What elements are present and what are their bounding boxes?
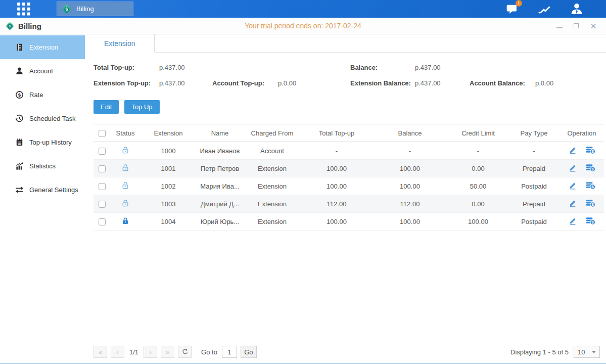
displaying-count: Displaying 1 - 5 of 5: [510, 348, 569, 356]
table-row[interactable]: 1000 Иван Иванов Account - - - -: [94, 142, 604, 160]
status-lock-icon: [121, 199, 129, 207]
edit-pencil-icon[interactable]: [569, 181, 577, 190]
status-lock-icon: [121, 181, 129, 190]
row-checkbox[interactable]: [99, 183, 106, 190]
sidebar-item-general-settings[interactable]: General Settings: [0, 178, 85, 202]
balance-label: Balance:: [350, 64, 415, 71]
window-titlebar: Your trial period ends on: 2017-02-24 $ …: [0, 18, 606, 34]
cell-balance: 100.00: [372, 160, 448, 177]
page-indicator: 1/1: [129, 348, 138, 356]
go-button[interactable]: Go: [241, 346, 257, 358]
refresh-icon: [181, 348, 189, 355]
col-header-name: Name: [197, 124, 243, 142]
refresh-button[interactable]: [178, 346, 192, 358]
cell-extension: 1000: [140, 142, 197, 160]
minimize-button[interactable]: [556, 22, 563, 30]
statistics-chart-icon: [15, 162, 24, 170]
total-topup-label: Total Top-up:: [94, 64, 159, 71]
cell-name: Иван Иванов: [197, 142, 243, 160]
extension-topup-label: Extension Top-up:: [94, 79, 159, 87]
sidebar-item-account[interactable]: Account: [0, 59, 85, 83]
sidebar: Extension Account $ Rate: [0, 34, 85, 363]
sidebar-item-scheduled-task[interactable]: Scheduled Task: [0, 107, 85, 130]
edit-button[interactable]: Edit: [94, 100, 119, 114]
tab-extension[interactable]: Extension: [85, 34, 155, 53]
col-header-operation: Operation: [560, 124, 604, 142]
sidebar-item-statistics[interactable]: Statistics: [0, 154, 85, 178]
sidebar-item-label: Scheduled Task: [29, 115, 76, 122]
table-row[interactable]: 1002 Мария Ива... Extension 100.00 100.0…: [94, 177, 604, 195]
extension-ledger-icon: [15, 43, 24, 52]
table-row[interactable]: 1001 Петр Петров Extension 100.00 100.00…: [94, 160, 604, 177]
first-page-button[interactable]: «: [94, 346, 107, 358]
page-size-select[interactable]: 10: [574, 346, 600, 358]
cell-pay-type: Prepaid: [508, 195, 560, 213]
cell-total-topup: 100.00: [301, 160, 372, 177]
sidebar-item-rate[interactable]: $ Rate: [0, 83, 85, 107]
col-header-charged-from: Charged From: [243, 124, 301, 142]
sidebar-item-topup-history[interactable]: Top-up History: [0, 130, 85, 154]
extensions-table: Status Extension Name Charged From Total…: [94, 124, 604, 231]
notification-badge: !: [516, 0, 522, 7]
cell-pay-type: Prepaid: [508, 160, 560, 177]
account-topup-label: Account Top-up:: [212, 79, 278, 87]
goto-page-input[interactable]: [222, 346, 237, 358]
edit-pencil-icon[interactable]: [569, 164, 577, 172]
cell-credit-limit: 50.00: [448, 177, 508, 195]
scheduled-task-clock-icon: [15, 114, 24, 123]
user-icon: [570, 3, 583, 15]
line-chart-icon: [538, 3, 551, 15]
col-header-extension: Extension: [140, 124, 197, 142]
cell-extension: 1002: [140, 177, 197, 195]
row-checkbox[interactable]: [99, 218, 106, 225]
row-checkbox[interactable]: [99, 148, 106, 155]
col-header-credit-limit: Credit Limit: [448, 124, 508, 142]
app-grid-button[interactable]: [15, 2, 32, 16]
sidebar-item-extension[interactable]: Extension: [0, 35, 85, 59]
cell-extension: 1001: [140, 160, 197, 177]
top-up-coins-icon[interactable]: $: [586, 181, 595, 190]
table-row[interactable]: 1004 Юрий Юрь... Extension 100.00 100.00…: [94, 213, 604, 231]
row-checkbox[interactable]: [99, 165, 106, 172]
table-row[interactable]: 1003 Дмитрий Д... Extension 112.00 112.0…: [94, 195, 604, 213]
edit-pencil-icon[interactable]: [569, 217, 577, 225]
lock-open-icon: [121, 199, 129, 207]
account-topup-value: p.0.00: [278, 79, 296, 87]
top-up-coins-icon[interactable]: $: [586, 199, 595, 207]
billing-diamond-icon: $: [61, 4, 72, 15]
select-all-checkbox[interactable]: [99, 130, 106, 137]
edit-pencil-icon[interactable]: [569, 146, 577, 154]
window-title: Billing: [18, 22, 41, 30]
table-header-row: Status Extension Name Charged From Total…: [94, 124, 604, 142]
cell-name: Юрий Юрь...: [197, 213, 243, 231]
taskbar-item-label: Billing: [76, 5, 94, 13]
taskbar-item-billing[interactable]: $ Billing: [57, 2, 133, 16]
cell-total-topup: 112.00: [301, 195, 372, 213]
status-lock-icon: [121, 217, 129, 225]
edit-pencil-icon[interactable]: [569, 199, 577, 207]
notifications-button[interactable]: !: [505, 3, 519, 15]
last-page-button[interactable]: »: [161, 346, 174, 358]
cell-charged-from: Extension: [243, 213, 301, 231]
account-balance-label: Account Balance:: [470, 79, 535, 87]
top-up-button[interactable]: Top Up: [124, 100, 159, 114]
maximize-button[interactable]: [574, 22, 579, 30]
cell-balance: 100.00: [372, 177, 448, 195]
col-header-pay-type: Pay Type: [508, 124, 560, 142]
trial-message: Your trial period ends on: 2017-02-24: [0, 22, 606, 30]
prev-page-button[interactable]: ‹: [111, 346, 124, 358]
top-up-coins-icon[interactable]: $: [586, 217, 595, 225]
col-header-total-topup: Total Top-up: [301, 124, 372, 142]
cell-extension: 1004: [140, 213, 197, 231]
resource-monitor-button[interactable]: [538, 3, 551, 15]
sidebar-item-label: Extension: [29, 43, 58, 51]
col-header-balance: Balance: [372, 124, 448, 142]
top-up-coins-icon[interactable]: $: [586, 146, 595, 154]
close-button[interactable]: ✕: [590, 22, 597, 30]
lock-open-icon: [121, 181, 129, 190]
page-size-value: 10: [578, 348, 585, 356]
next-page-button[interactable]: ›: [144, 346, 157, 358]
row-checkbox[interactable]: [99, 201, 106, 208]
user-account-button[interactable]: [570, 3, 583, 15]
top-up-coins-icon[interactable]: $: [586, 164, 595, 172]
